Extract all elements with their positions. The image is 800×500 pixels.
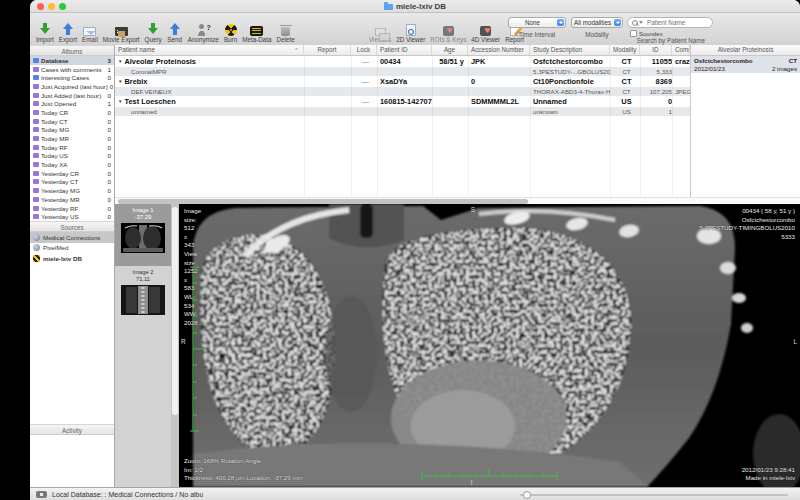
overlay-line: Zoom: 168% Rotation Angle [184,457,303,466]
disclosure-icon[interactable]: ▼ [118,79,122,84]
album-item[interactable]: Today CR 0 [30,108,114,117]
toolbar-button[interactable]: Anonymize [187,13,220,44]
scrollbar-thumb[interactable] [118,199,528,204]
activity-toggle-button[interactable] [36,491,47,498]
toolbar-button-label: Export [59,36,77,44]
toolbar-button[interactable]: Send [166,13,184,44]
album-label: Just Added (last hour) [41,92,101,99]
column-header-label: Accession Number [471,46,524,53]
column-header[interactable]: Age [432,45,468,55]
toolbar-button[interactable]: Burn [223,13,238,44]
toolbar-button[interactable]: 2D Viewer [395,13,426,44]
toolbar-button[interactable]: Viewers [368,13,392,44]
album-item[interactable]: Today RF 0 [30,143,114,152]
overlay-line: Im: 1/2 [184,466,303,475]
album-icon [33,58,39,63]
soundex-option[interactable]: Soundex [630,30,663,37]
thumbnail-scrollbar[interactable] [171,204,179,487]
album-item[interactable]: Today XA 0 [30,160,114,169]
patient-id-cell: XsaDYa [377,77,432,86]
search-scope-chevron-icon[interactable] [639,21,643,24]
slider-knob[interactable] [523,491,531,499]
table-horizontal-scrollbar[interactable] [115,197,800,204]
thumbnail-image-1[interactable]: Image 1 -37.29 [115,204,171,266]
toolbar-button[interactable]: Delete [276,13,296,44]
column-header[interactable]: Patient name [115,45,304,55]
study-row[interactable]: ▼Test Loeschen — 160815-142707 SDMMMML2L… [115,96,690,107]
album-item[interactable]: Yesterday US 0 [30,212,114,221]
column-header[interactable]: Patient ID [377,45,432,55]
album-item[interactable]: Yesterday CT 0 [30,178,114,187]
thumbnail-size-slider[interactable] [520,494,788,496]
thumbnail-image-2[interactable]: Image 2 71.11 [115,266,171,328]
patient-id-cell: 160815-142707 [377,97,432,106]
album-item[interactable]: Database 3 [30,56,114,65]
toolbar-button[interactable]: Meta-Data [241,13,272,44]
toolbar-button[interactable]: Export [58,13,78,44]
study-row[interactable]: ▼Brebix — XsaDYa 0 Ct10Ponctionfoie CT 8… [115,76,690,87]
study-row[interactable]: ▼Alveolar Proteinosis — 00434 58/51 y JP… [115,56,690,67]
album-item[interactable]: Yesterday RF 0 [30,204,114,213]
album-item[interactable]: Cases with comments 1 [30,65,114,74]
album-icon [33,214,39,219]
disclosure-icon[interactable]: ▼ [118,99,122,104]
album-item[interactable]: Today CT 0 [30,117,114,126]
album-item[interactable]: Today MG 0 [30,126,114,135]
column-header[interactable]: Study Description [530,45,610,55]
overlay-line: Osfctchestorcombo [699,216,795,225]
album-item[interactable]: Just Added (last hour) 0 [30,91,114,100]
disclosure-icon[interactable]: ▼ [118,59,122,64]
network-source-icon [33,234,40,241]
modality-cell: US [610,108,640,115]
toolbar-button[interactable]: Email [81,13,99,44]
column-header-label: ID [652,46,658,53]
album-item[interactable]: Yesterday MR 0 [30,195,114,204]
column-header-label: Age [444,46,455,53]
series-row[interactable]: unnamed unknown US 1 [115,107,690,116]
scrollbar-thumb[interactable] [172,207,178,415]
series-row[interactable]: CoronalMPR 5.3PESTUDY-...GBOLUS2010 CT 5… [115,67,690,76]
accession-cell: JPK [468,57,530,66]
album-count: 0 [108,205,111,212]
id-cell: 0 [640,97,672,106]
search-input[interactable] [645,18,708,27]
column-header[interactable]: Accession Number [468,45,530,55]
series-row[interactable]: DEF.VEINEUX THORAX-ABD3-4-Thorax-Hx CT 1… [115,87,690,96]
album-item[interactable]: Today US 0 [30,152,114,161]
album-label: Today CR [41,109,68,116]
album-item[interactable]: Yesterday CR 0 [30,169,114,178]
column-header[interactable]: Comm... [672,45,690,55]
toolbar-button-label: Send [167,36,182,44]
album-label: Just Opened [41,100,76,107]
thumbnail-label: Image 2 [133,269,154,276]
toolbar-button[interactable]: Import [35,13,55,44]
album-item[interactable]: Just Opened 1 [30,99,114,108]
toolbar-button[interactable]: ROIs & Keys [429,13,467,44]
burn-radioactive-icon [225,24,237,36]
source-item[interactable]: Medical Connections [30,232,114,243]
column-header[interactable]: Lock [351,45,377,55]
preview-entry[interactable]: OsfctchestorcomboCT 2012/01/232 images [691,56,800,73]
album-item[interactable]: Interesting Cases 0 [30,73,114,82]
toolbar-button[interactable]: 4D Viewer [470,13,501,44]
modality-popup[interactable]: All modalities [571,17,623,28]
source-item[interactable]: PixelMed [30,243,114,254]
column-header[interactable]: ID [640,45,672,55]
album-icon [33,206,39,211]
soundex-checkbox[interactable] [630,30,637,37]
source-item[interactable]: miele-lxiv DB [30,253,114,264]
ct-image-canvas[interactable]: Image size: 512 x 343View size: 1252 x 5… [179,204,800,487]
album-item[interactable]: Just Acquired (last hour) 0 [30,82,114,91]
toolbar-button[interactable]: Movie Export [102,13,141,44]
email-icon [83,27,96,36]
title-bar[interactable]: miele-lxiv DB [30,0,800,13]
column-header[interactable]: Report [304,45,351,55]
patient-search-field[interactable] [627,17,713,28]
album-item[interactable]: Today MR 0 [30,134,114,143]
toolbar-button[interactable]: Query [144,13,163,44]
album-item[interactable]: Yesterday MG 0 [30,186,114,195]
album-icon [33,93,39,98]
overlay-line: 2012/01/23 9:28:41 [742,466,795,475]
time-interval-popup[interactable]: None [508,17,566,28]
column-header[interactable]: Modality [610,45,640,55]
